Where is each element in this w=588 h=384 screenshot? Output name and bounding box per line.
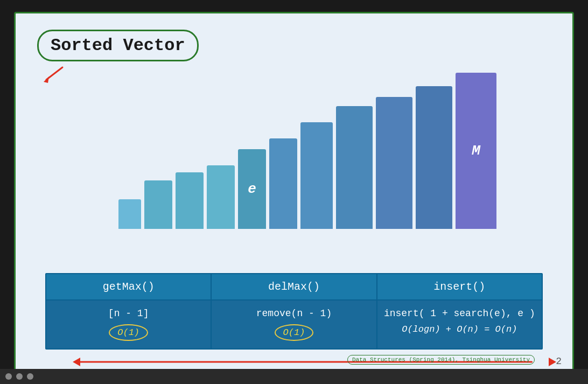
- svg-marker-1: [44, 76, 49, 83]
- cell-insert: insert( 1 + search(e), e ) O(logn) + O(n…: [377, 299, 542, 348]
- svg-marker-4: [549, 358, 556, 366]
- chart-area: eM: [69, 46, 545, 240]
- bar-4: e: [238, 149, 266, 229]
- bar-label-4: e: [248, 181, 256, 197]
- arrow-indicator: [38, 65, 65, 89]
- delmax-value: remove(n - 1): [256, 308, 332, 319]
- bar-0: [118, 199, 141, 229]
- bars-container: eM: [118, 67, 496, 229]
- table-body: [n - 1] O(1) remove(n - 1) O(1) insert( …: [46, 299, 542, 348]
- bar-2: [176, 172, 204, 229]
- insert-content: insert( 1 + search(e), e ) O(logn) + O(n…: [383, 308, 536, 334]
- bar-1: [144, 180, 172, 229]
- bar-9: [416, 86, 452, 229]
- taskbar-dot-3: [27, 373, 33, 380]
- cell-delmax: remove(n - 1) O(1): [212, 299, 377, 348]
- taskbar-dot-1: [5, 373, 12, 380]
- bar-7: [336, 106, 373, 229]
- bar-label-10: M: [472, 143, 480, 159]
- getmax-complexity: O(1): [109, 324, 148, 341]
- insert-complexity: O(logn) + O(n) = O(n): [402, 324, 517, 334]
- bar-8: [376, 97, 412, 229]
- slide-container: Sorted Vector eM getMax() delMax() inser…: [14, 12, 574, 373]
- header-delmax: delMax(): [212, 274, 377, 299]
- watermark: Data Structures (Spring 2014), Tsinghua …: [347, 355, 535, 365]
- getmax-content: [n - 1] O(1): [52, 308, 205, 341]
- bar-5: [269, 138, 297, 229]
- bar-10: M: [456, 73, 496, 229]
- cell-getmax: [n - 1] O(1): [46, 299, 212, 348]
- header-insert: insert(): [377, 274, 542, 299]
- bar-3: [207, 165, 235, 229]
- taskbar-dot-2: [16, 373, 23, 380]
- header-getmax: getMax(): [46, 274, 212, 299]
- page-number: 2: [556, 356, 562, 367]
- svg-marker-3: [73, 358, 80, 366]
- delmax-content: remove(n - 1) O(1): [217, 308, 370, 341]
- table-header: getMax() delMax() insert(): [46, 274, 542, 299]
- insert-value: insert( 1 + search(e), e ): [384, 308, 535, 319]
- delmax-complexity: O(1): [275, 324, 314, 341]
- taskbar: [0, 369, 588, 384]
- bar-6: [300, 122, 333, 229]
- operations-table: getMax() delMax() insert() [n - 1] O(1) …: [45, 273, 543, 350]
- getmax-value: [n - 1]: [108, 308, 149, 319]
